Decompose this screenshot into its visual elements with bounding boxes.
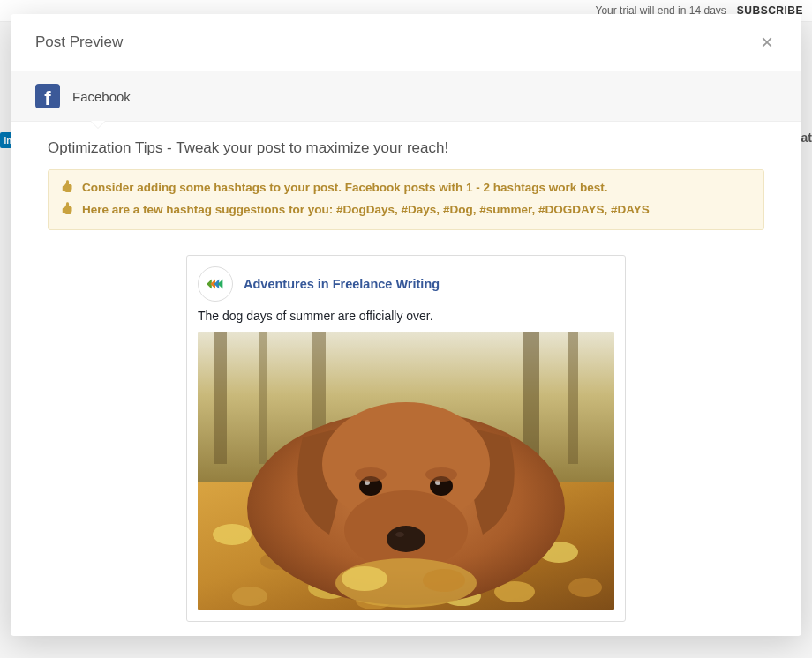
svg-point-25 <box>355 467 387 482</box>
modal-title: Post Preview <box>35 34 123 51</box>
post-text: The dog days of summer are officially ov… <box>198 309 614 323</box>
svg-rect-5 <box>568 332 578 464</box>
optimization-tips-heading: Optimization Tips - Tweak your post to m… <box>48 139 764 157</box>
tip-text: Consider adding some hashtags to your po… <box>82 179 608 197</box>
svg-point-20 <box>395 532 404 537</box>
svg-point-7 <box>213 524 252 545</box>
modal-content: Optimization Tips - Tweak your post to m… <box>11 122 801 636</box>
svg-rect-1 <box>214 332 227 464</box>
page-avatar[interactable] <box>198 266 233 302</box>
close-icon: × <box>761 30 773 54</box>
facebook-post-preview: Adventures in Freelance Writing The dog … <box>186 255 626 622</box>
svg-rect-2 <box>259 332 267 464</box>
svg-point-28 <box>342 566 387 591</box>
thumbs-up-icon <box>61 202 73 220</box>
svg-point-29 <box>423 569 465 592</box>
facebook-icon[interactable]: f <box>35 84 60 108</box>
tip-item: Consider adding some hashtags to your po… <box>61 179 751 198</box>
modal-header: Post Preview × <box>11 14 801 71</box>
svg-rect-4 <box>523 332 539 464</box>
svg-point-26 <box>425 467 457 482</box>
post-image[interactable] <box>198 332 614 610</box>
post-header: Adventures in Freelance Writing <box>198 266 614 302</box>
tip-item: Here are a few hashtag suggestions for y… <box>61 201 751 220</box>
svg-point-12 <box>568 578 602 597</box>
thumbs-up-icon <box>61 180 73 198</box>
post-preview-modal: Post Preview × f Facebook Optimization T… <box>11 14 801 636</box>
tip-text: Here are a few hashtag suggestions for y… <box>82 201 650 219</box>
close-button[interactable]: × <box>757 30 777 55</box>
avatar-logo-icon <box>203 272 228 296</box>
platform-tab-bar: f Facebook <box>11 71 801 122</box>
svg-point-10 <box>232 587 267 606</box>
optimization-tips-box: Consider adding some hashtags to your po… <box>48 169 764 230</box>
platform-name[interactable]: Facebook <box>72 89 131 104</box>
page-name-link[interactable]: Adventures in Freelance Writing <box>244 277 440 291</box>
svg-point-19 <box>387 526 425 552</box>
